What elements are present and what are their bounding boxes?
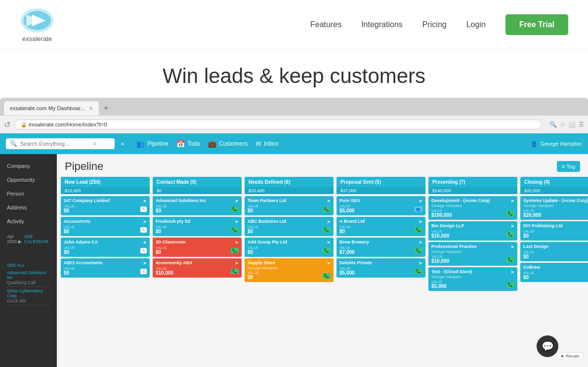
clear-search-icon[interactable]: ✕ — [92, 141, 97, 147]
nav-pricing[interactable]: Pricing — [422, 20, 447, 29]
app-top-bar: 🔍 ✕ + 👥 Pipeline 📅 Todo 💼 Customers — [0, 133, 588, 154]
deal-card-0-0[interactable]: 247 Company Limited➤VALUE$0⚠ — [61, 196, 150, 215]
deal-value-4-3: $5,000 — [431, 284, 447, 289]
phone-icon: 📞 — [506, 282, 514, 287]
deal-sub-4-0: George Hampton — [431, 204, 514, 208]
col-amount-1: $0 — [153, 187, 242, 194]
deal-card-3-0[interactable]: Pure SEO➤VALUE$5,000👥 — [336, 196, 425, 215]
search-input[interactable] — [20, 141, 89, 147]
deal-value-4-2: $10,000 — [431, 258, 449, 264]
logo-icon — [20, 7, 54, 34]
deal-card-4-0[interactable]: Development - (Acme Corp)➤George Hampton… — [428, 196, 517, 220]
col-header-0: New Lead (256) — [61, 177, 150, 187]
window-icon: ⬜ — [568, 121, 576, 128]
deal-name-2-0: Team Partners Ltd — [248, 198, 294, 203]
nav-todo[interactable]: 📅 Todo — [176, 140, 200, 148]
todo-label: Todo — [187, 140, 200, 147]
deal-value-5-2: $0 — [523, 254, 534, 259]
phone-icon: 📞 — [415, 227, 422, 233]
deal-arrow-icon: ➤ — [327, 260, 331, 266]
deal-card-1-0[interactable]: Advanced Solutions Inc➤VALUE$0📞 — [153, 196, 242, 215]
browser-tab[interactable]: exsalerate.com My Dashboar... ✕ — [4, 101, 99, 115]
deal-value-label: VALUE — [156, 204, 167, 208]
deal-name-0-2: John Adams CA — [64, 240, 106, 245]
chat-icon: 💬 — [542, 340, 554, 352]
top-nav: exsalerate Features Integrations Pricing… — [0, 0, 588, 49]
deal-value-label: VALUE — [523, 271, 534, 275]
deal-value-label: VALUE — [431, 255, 449, 258]
pipeline-label: Pipeline — [147, 140, 168, 147]
nav-customers[interactable]: 💼 Customers — [208, 140, 248, 148]
contact-item-0: Advanced Solutions Inc Qualifying Call — [7, 269, 50, 287]
deal-card-3-3[interactable]: Deloitte Private➤VALUE$5,000📞 — [336, 258, 425, 278]
deal-name-1-3: 4community ABX — [156, 260, 200, 265]
deal-card-1-1[interactable]: Freebook pty ltd➤VALUE$0📞 — [153, 217, 242, 236]
deal-arrow-icon: ➤ — [235, 260, 239, 266]
deal-card-3-2[interactable]: Brew Brewery➤VALUE$7,000📞 — [336, 238, 425, 257]
sidebar-item-person[interactable]: Person — [0, 187, 57, 201]
back-button[interactable]: ↺ — [4, 120, 10, 129]
deal-card-2-3[interactable]: Supply Store➤George HamptonVALUE$0📞 — [245, 258, 334, 282]
pipeline-col-4: Presenting (7)$140,000Development - (Acm… — [428, 177, 517, 292]
user-area[interactable]: 👤 George Hampton — [531, 141, 582, 147]
star-icon: ☆ — [560, 121, 565, 128]
inbox-icon: ✉ — [255, 140, 261, 148]
deal-value-0-0: $0 — [64, 208, 75, 213]
sidebar-item-activity[interactable]: Activity — [0, 214, 57, 228]
deal-value-label: VALUE — [431, 209, 452, 212]
contact-detail-1: D123 Job — [7, 298, 50, 303]
deal-card-2-2[interactable]: Add Group Pty Ltd➤VALUE$0📞 — [245, 238, 334, 257]
deal-sub-5-0: George Hampton — [523, 204, 588, 208]
deal-card-2-1[interactable]: ABC Business Ltd➤VALUE$0📞 — [245, 217, 334, 236]
sidebar-item-address[interactable]: Address — [0, 201, 57, 214]
search-box: 🔍 ✕ — [6, 138, 115, 149]
deal-name-3-3: Deloitte Private — [339, 260, 380, 265]
app-chrome: 🔍 ✕ + 👥 Pipeline 📅 Todo 💼 Customers — [0, 133, 588, 367]
nav-features[interactable]: Features — [310, 20, 341, 29]
deal-value-label: VALUE — [156, 267, 173, 270]
deal-card-1-2[interactable]: 3D Classroom➤VALUE$0📞 — [153, 238, 242, 257]
chat-bubble[interactable]: 💬 — [537, 335, 558, 357]
deal-card-2-0[interactable]: Team Partners Ltd➤VALUE$0📞 — [245, 196, 334, 215]
tab-label: exsalerate.com My Dashboar... — [10, 105, 85, 111]
nav-pipeline[interactable]: 👥 Pipeline — [136, 140, 168, 148]
free-trial-button[interactable]: Free Trial — [505, 14, 568, 35]
see-calendar-link[interactable]: SEE CALENDAR — [24, 234, 50, 244]
warning-icon: ⚠ — [140, 248, 147, 253]
deal-card-0-1[interactable]: AccountArts➤VALUE$0⚠ — [61, 217, 150, 236]
nav-integrations[interactable]: Integrations — [361, 20, 403, 29]
deal-card-5-3[interactable]: CoBrew➤VALUE$0📞 — [520, 263, 588, 282]
warning-icon: ⚠ — [140, 206, 147, 212]
deal-card-4-2[interactable]: Professional Practice➤George HamptonVALU… — [428, 242, 517, 266]
deal-card-5-0[interactable]: Systems Update - (Acme Corp)➤George Hamp… — [520, 196, 588, 220]
deal-card-1-3[interactable]: 4community ABX➤VALUE$10,000📞 — [153, 258, 242, 278]
nav-inbox[interactable]: ✉ Inbox — [255, 140, 278, 148]
deal-name-4-2: Professional Practice — [431, 244, 485, 249]
new-tab-button[interactable]: + — [101, 104, 111, 113]
menu-icon: ☰ — [579, 121, 584, 128]
deal-card-0-3[interactable]: ABCi Accountants➤VALUE$0⚠ — [61, 258, 150, 278]
sidebar-item-company[interactable]: Company — [0, 159, 57, 173]
deal-name-5-3: CoBrew — [523, 265, 548, 270]
deal-value-0-3: $0 — [64, 270, 75, 276]
deal-card-5-2[interactable]: Last Design➤VALUE$0📞 — [520, 242, 588, 261]
deal-value-4-1: $10,000 — [431, 233, 449, 239]
sidebar-item-opportunity[interactable]: Opportunity — [0, 173, 57, 187]
deal-name-0-1: AccountArts — [64, 219, 98, 224]
add-search-button[interactable]: + — [119, 140, 126, 148]
deal-arrow-icon: ➤ — [327, 240, 331, 245]
toggle-button[interactable]: ≡ Tog — [557, 161, 580, 172]
deal-value-0-2: $0 — [64, 249, 75, 255]
deal-card-0-2[interactable]: John Adams CA➤VALUE$0⚠ — [61, 238, 150, 257]
tab-close-icon[interactable]: ✕ — [89, 106, 93, 111]
deal-name-2-3: Supply Store — [248, 260, 283, 265]
col-amount-5: $20,000 — [520, 187, 588, 194]
deal-card-4-1[interactable]: Bio Design LLP➤VALUE$10,000📞 — [428, 221, 517, 241]
deal-name-1-1: Freebook pty ltd — [156, 219, 198, 224]
deal-arrow-icon: ➤ — [143, 240, 147, 245]
deal-card-5-1[interactable]: DIY Publishing Ltd➤VALUE$0⚠ — [520, 221, 588, 241]
nav-login[interactable]: Login — [466, 20, 486, 29]
deal-card-4-3[interactable]: Test - (Cloud Store)➤George HamptonVALUE… — [428, 267, 517, 291]
see-all-link[interactable]: SEE ALL — [7, 263, 25, 268]
deal-card-3-1[interactable]: A Brand Ltd➤VALUE$0📞 — [336, 217, 425, 236]
